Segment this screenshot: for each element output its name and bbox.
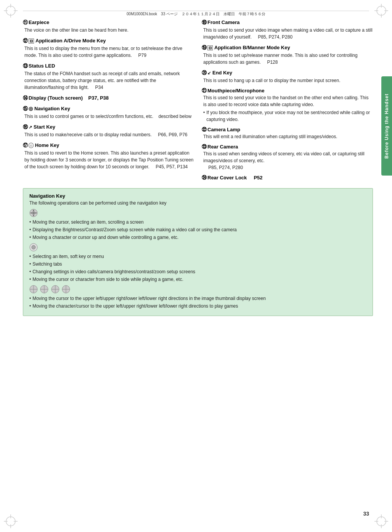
- item-label: Rear Cover Lock P52: [207, 175, 263, 181]
- sidebar-tab-label: Before Using the Handset: [384, 94, 389, 159]
- item-num: ⑯: [23, 124, 28, 131]
- start-key-icon: ↗: [29, 125, 32, 130]
- item-num: ㉒: [202, 127, 207, 132]
- sidebar-tab: Before Using the Handset: [381, 76, 392, 176]
- svg-point-21: [32, 211, 35, 214]
- bottom-section-title: Navigation Key: [29, 193, 366, 199]
- corner-tr-decoration: [374, 3, 389, 18]
- bullet-text: Changing settings in video calls/camera …: [32, 268, 195, 275]
- right-column: ⑱Front Camera This is used to send your …: [202, 19, 373, 184]
- item-body: This is used to make/receive calls or to…: [23, 131, 194, 138]
- bottom-section-subtitle: The following operations can be performe…: [29, 200, 366, 206]
- bullet-dot: •: [29, 234, 31, 241]
- item-body: This is used to send your voice to the h…: [202, 94, 373, 123]
- item-label: Mouthpiece/Microphone: [207, 88, 265, 94]
- item-body: The voice on the other line can be heard…: [23, 27, 194, 34]
- svg-point-27: [32, 245, 35, 249]
- bullet-item: • Displaying the Brightness/Contrast/Zoo…: [29, 226, 366, 233]
- bullet-dot: •: [29, 219, 31, 226]
- left-column: ⑪Earpiece The voice on the other line ca…: [23, 19, 194, 184]
- bullet-text: Moving the character/cursor to the upper…: [32, 303, 238, 310]
- list-item: ⑮◎Navigation Key This is used to control…: [23, 105, 194, 120]
- section-title: ㉔Rear Cover Lock P52: [202, 175, 373, 181]
- bullet-item: • If you block the mouthpiece, your voic…: [203, 109, 373, 123]
- home-key-icon: ○: [29, 143, 34, 148]
- item-label: Start Key: [34, 124, 55, 130]
- item-num: ⑲: [202, 44, 207, 51]
- item-body: This is used to control games or to sele…: [23, 113, 194, 120]
- item-body: This is used when sending videos of scen…: [202, 150, 373, 171]
- section-title: ⑳↙End Key: [202, 69, 373, 76]
- list-item: ⑰○Home Key This is used to revert to the…: [23, 142, 194, 170]
- navigation-key-section: Navigation Key The following operations …: [23, 188, 373, 316]
- bullet-dot: •: [29, 226, 31, 233]
- two-column-layout: ⑪Earpiece The voice on the other line ca…: [23, 19, 373, 184]
- bullet-item: • Moving the cursor, selecting an item, …: [29, 219, 366, 226]
- section-title: ⑱Front Camera: [202, 19, 373, 26]
- item-label: Earpiece: [29, 19, 49, 25]
- bullet-text: If you block the mouthpiece, your voice …: [206, 109, 373, 123]
- section-title: ⑬Status LED: [23, 63, 194, 69]
- item-body: This is used to hang up a call or to dis…: [202, 77, 373, 84]
- section-title: ⑰○Home Key: [23, 142, 194, 149]
- key-icon: ⊟: [29, 39, 34, 44]
- section-title: ⑲⊟Application B/Manner Mode Key: [202, 44, 373, 51]
- item-num: ⑭: [23, 95, 28, 102]
- section-title: ⑫⊟Application A/Drive Mode Key: [23, 37, 194, 44]
- item-num: ⑳: [202, 69, 207, 76]
- item-body: This is used to display the menu from th…: [23, 45, 194, 59]
- bullet-text: Switching tabs: [32, 261, 62, 268]
- bullet-item: • Changing settings in video calls/camer…: [29, 268, 366, 275]
- item-label: Application B/Manner Mode Key: [214, 45, 290, 50]
- nav-key-icon: ◎: [29, 106, 33, 111]
- corner-tl-decoration: [3, 3, 18, 18]
- list-item: ⑯↗Start Key This is used to make/receive…: [23, 124, 194, 138]
- item-label: End Key: [212, 70, 232, 76]
- bullet-dot: •: [29, 253, 31, 260]
- bullet-text: Displaying the Brightness/Contrast/Zoom …: [32, 226, 237, 233]
- main-content: ⑪Earpiece The voice on the other line ca…: [23, 19, 373, 509]
- bullet-item: • Moving the cursor to the upper left/up…: [29, 295, 366, 302]
- bullet-dot: •: [29, 295, 31, 302]
- item-num: ⑱: [202, 19, 207, 26]
- section-title: ㉒Camera Lamp: [202, 127, 373, 132]
- nav-group-3: • Moving the cursor to the upper left/up…: [29, 285, 366, 310]
- section-title: ㉑Mouthpiece/Microphone: [202, 88, 373, 94]
- item-label: Front Camera: [207, 19, 240, 25]
- bullet-item: • Moving a character or cursor up and do…: [29, 234, 366, 241]
- bullet-dot: •: [29, 268, 31, 275]
- item-label: Home Key: [35, 142, 59, 148]
- item-label: Status LED: [29, 63, 55, 69]
- section-title: ⑯↗Start Key: [23, 124, 194, 131]
- list-item: ㉑Mouthpiece/Microphone This is used to s…: [202, 88, 373, 123]
- bullet-item: • Selecting an item, soft key or menu: [29, 253, 366, 260]
- list-item: ⑱Front Camera This is used to send your …: [202, 19, 373, 40]
- item-body: This will emit a red illumination when c…: [202, 133, 373, 140]
- list-item: ⑲⊟Application B/Manner Mode Key This is …: [202, 44, 373, 66]
- nav-group-1: • Moving the cursor, selecting an item, …: [29, 209, 366, 241]
- list-item: ⑳↙End Key This is used to hang up a call…: [202, 69, 373, 84]
- item-num: ㉓: [202, 144, 207, 150]
- list-item: ㉒Camera Lamp This will emit a red illumi…: [202, 127, 373, 140]
- section-title: ㉓Rear Camera: [202, 144, 373, 150]
- item-num: ㉔: [202, 175, 207, 181]
- bullet-item: • Moving the cursor or character from si…: [29, 276, 366, 283]
- bullet-item: • Switching tabs: [29, 261, 366, 268]
- bullet-text: Selecting an item, soft key or menu: [32, 253, 104, 260]
- nav-icon-2: [29, 243, 366, 251]
- item-body: This is used to send your video image wh…: [202, 27, 373, 40]
- header-bar: 00M1000EN.book 33 ページ ２０４年１１月２４日 水曜日 午前７…: [23, 11, 369, 17]
- bullet-text: Moving the cursor, selecting an item, sc…: [32, 219, 143, 226]
- item-label: Camera Lamp: [207, 127, 240, 132]
- item-num: ⑫: [23, 37, 28, 44]
- item-body: This is used to revert to the Home scree…: [23, 150, 194, 170]
- nav-group-2: • Selecting an item, soft key or menu • …: [29, 243, 366, 283]
- list-item: ⑬Status LED The status of the FOMA hands…: [23, 63, 194, 91]
- list-item: ㉓Rear Camera This is used when sending v…: [202, 144, 373, 171]
- nav-icon-3: [29, 285, 366, 293]
- section-title: ⑮◎Navigation Key: [23, 105, 194, 112]
- item-label: Display (Touch screen) P37, P38: [29, 95, 109, 101]
- bullet-text: Moving the cursor to the upper left/uppe…: [32, 295, 266, 302]
- bullet-text: Moving the cursor or character from side…: [32, 276, 183, 283]
- item-body: This is used to set up/release manner mo…: [202, 52, 373, 66]
